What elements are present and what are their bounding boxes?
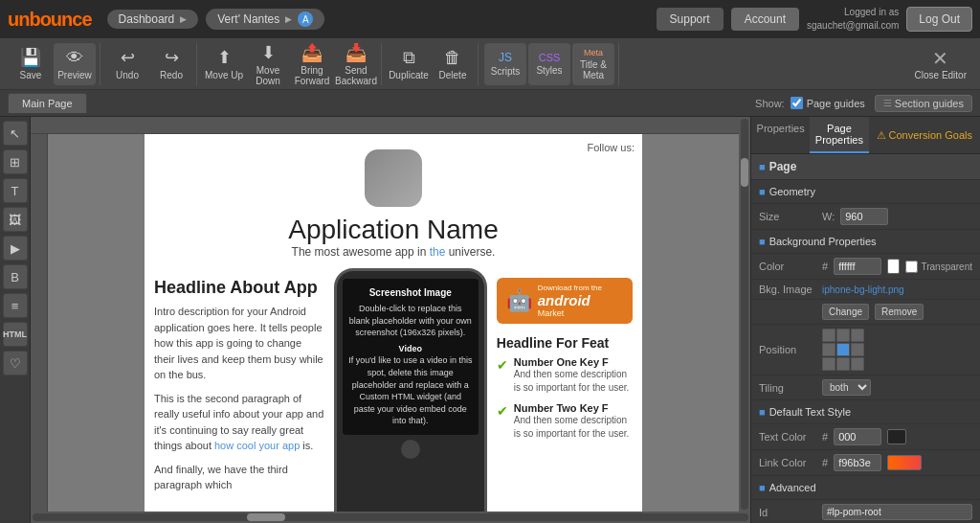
pos-bc[interactable] <box>836 357 850 371</box>
scripts-button[interactable]: JS Scripts <box>484 43 526 85</box>
horizontal-scrollbar[interactable] <box>31 512 750 523</box>
left-sidebar: ↖ ⊞ T 🖼 ▶ B ≡ HTML ♡ <box>0 117 31 523</box>
support-button[interactable]: Support <box>657 8 724 31</box>
duplicate-icon: ⧉ <box>403 48 415 68</box>
move-down-button[interactable]: ⬇ Move Down <box>247 43 289 85</box>
size-input[interactable] <box>840 208 888 225</box>
title-meta-button[interactable]: Meta Title & Meta <box>572 43 614 85</box>
id-input[interactable] <box>822 504 972 520</box>
tool-image[interactable]: 🖼 <box>3 207 28 232</box>
change-button[interactable]: Change <box>822 304 869 320</box>
move-up-button[interactable]: ⬆ Move Up <box>203 43 245 85</box>
tool-pointer[interactable]: ↖ <box>3 121 28 146</box>
preview-icon: 👁 <box>66 48 83 68</box>
login-info: Logged in as sgauchet@gmail.com <box>807 6 899 33</box>
transparent-checkbox[interactable] <box>905 261 918 273</box>
color-input[interactable] <box>834 258 881 275</box>
bkg-image-label: Bkg. Image <box>759 284 816 295</box>
section-guides-label: Section guides <box>895 98 964 109</box>
pos-tl[interactable] <box>822 329 835 342</box>
page-guides-checkbox[interactable] <box>791 97 803 109</box>
redo-icon: ↪ <box>165 47 179 68</box>
main-page-tab[interactable]: Main Page <box>8 93 87 113</box>
page-tab-label: Main Page <box>22 98 73 109</box>
horiz-scroll-thumb[interactable] <box>247 513 285 521</box>
android-download-line1: Download from the <box>538 284 602 292</box>
tool-video[interactable]: ▶ <box>3 236 28 261</box>
styles-button[interactable]: CSS Styles <box>528 43 570 85</box>
pos-mc[interactable] <box>836 343 850 356</box>
link-color-swatch[interactable] <box>887 455 922 470</box>
right-panel: Properties Page Properties ⚠ Conversion … <box>750 117 980 523</box>
save-button[interactable]: 💾 Save <box>10 43 52 85</box>
pos-tc[interactable] <box>836 329 850 342</box>
dashboard-nav[interactable]: Dashboard ▶ <box>107 10 199 29</box>
feat2-check-icon: ✔ <box>497 403 508 441</box>
dashboard-label: Dashboard <box>119 12 175 26</box>
section-guides-button[interactable]: ☰ Section guides <box>875 95 972 112</box>
redo-label: Redo <box>160 70 183 80</box>
duplicate-button[interactable]: ⧉ Duplicate <box>388 43 430 85</box>
pos-bl[interactable] <box>822 357 835 371</box>
tool-button[interactable]: B <box>3 264 28 289</box>
pos-br[interactable] <box>851 357 864 371</box>
feat1-content: Number One Key F And then some descripti… <box>514 356 633 395</box>
tool-text[interactable]: T <box>3 178 28 203</box>
feat1-title: Number One Key F <box>514 356 633 368</box>
pos-mr[interactable] <box>851 343 864 356</box>
feat-item-2: ✔ Number Two Key F And then some descrip… <box>497 402 633 441</box>
delete-button[interactable]: 🗑 Delete <box>432 43 474 85</box>
send-backward-button[interactable]: 📥 Send Backward <box>335 43 377 85</box>
bring-forward-button[interactable]: 📤 Bring Forward <box>291 43 333 85</box>
link-color-row: Link Color # <box>751 450 980 476</box>
pos-ml[interactable] <box>822 343 835 356</box>
bkg-image-row: Bkg. Image iphone-bg-light.png <box>751 280 980 300</box>
link-color-input[interactable] <box>834 454 881 471</box>
tool-social[interactable]: ♡ <box>3 351 28 375</box>
properties-tab[interactable]: Properties <box>751 117 810 153</box>
headline-feat: Headline For Feat <box>497 335 633 351</box>
preview-button[interactable]: 👁 Preview <box>54 43 96 85</box>
site-nav[interactable]: Vert' Nantes ▶ A <box>206 9 324 30</box>
pos-tr[interactable] <box>851 329 864 342</box>
android-badge[interactable]: 🤖 Download from the android Market <box>497 278 633 324</box>
position-grid[interactable] <box>822 329 864 371</box>
phone-screenshot-title: Screenshot Image <box>348 286 473 300</box>
page-properties-tab[interactable]: Page Properties <box>810 117 868 153</box>
send-backward-icon: 📥 <box>345 42 367 63</box>
vert-scroll-thumb[interactable] <box>741 158 748 187</box>
save-label: Save <box>20 70 42 80</box>
text-color-label: Text Color <box>759 431 816 443</box>
feat2-title: Number Two Key F <box>514 402 633 414</box>
app-icon <box>365 149 422 207</box>
account-button[interactable]: Account <box>731 8 799 31</box>
size-row: Size W: <box>751 204 980 230</box>
text-color-swatch[interactable] <box>887 429 906 444</box>
geometry-section-header: ■ Geometry <box>751 180 980 204</box>
conversion-goals-tab[interactable]: ⚠ Conversion Goals <box>869 117 980 153</box>
undo-label: Undo <box>116 70 139 80</box>
panel-tabs: Properties Page Properties ⚠ Conversion … <box>751 117 980 154</box>
page-guides-check[interactable]: Page guides <box>791 97 865 109</box>
text-color-input[interactable] <box>834 428 881 445</box>
tool-form[interactable]: ≡ <box>3 293 28 318</box>
phone-video-title: Video <box>348 343 473 355</box>
redo-button[interactable]: ↪ Redo <box>150 43 192 85</box>
change-remove-row: Change Remove <box>751 300 980 325</box>
close-editor-button[interactable]: ✕ Close Editor <box>907 43 974 84</box>
feat1-desc: And then some description is so importan… <box>514 368 633 395</box>
tiling-select[interactable]: both x y none <box>822 379 871 396</box>
remove-button[interactable]: Remove <box>875 304 924 320</box>
move-down-label: Move Down <box>247 65 289 86</box>
scripts-icon: JS <box>499 51 512 64</box>
styles-label: Styles <box>536 65 562 76</box>
tool-add-section[interactable]: ⊞ <box>3 149 28 174</box>
transparent-label[interactable]: Transparent <box>905 261 972 273</box>
size-prefix: W: <box>822 211 835 222</box>
vertical-scrollbar[interactable] <box>739 117 750 512</box>
undo-button[interactable]: ↩ Undo <box>106 43 148 85</box>
color-swatch[interactable] <box>887 259 900 274</box>
app-tagline: The most awesome app in the universe. <box>292 245 496 259</box>
tool-html[interactable]: HTML <box>3 322 28 347</box>
logout-button[interactable]: Log Out <box>906 7 972 32</box>
